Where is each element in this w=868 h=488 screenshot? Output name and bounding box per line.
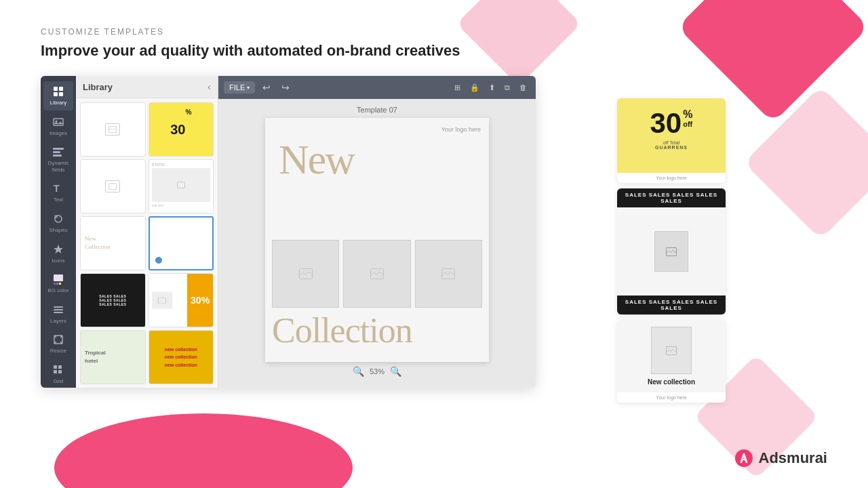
template-thumb-5[interactable]: NewCollection xyxy=(80,216,146,270)
svg-rect-6 xyxy=(59,87,63,91)
template-thumb-6[interactable] xyxy=(149,216,214,270)
canvas-image-2 xyxy=(343,240,410,308)
preview-off-label: off xyxy=(683,120,692,128)
canvas-logo: Your logo here xyxy=(441,126,481,133)
sidebar-label-layers: Layers xyxy=(50,318,66,325)
library-title: Library xyxy=(83,82,113,92)
svg-rect-12 xyxy=(53,151,60,153)
undo-button[interactable]: ↩ xyxy=(259,80,274,95)
lock-button[interactable]: 🔒 xyxy=(467,81,483,94)
template-thumb-8[interactable]: 30% xyxy=(149,273,214,327)
preview-card-30: 30 % off off Total GUARRENS Your logo he… xyxy=(617,98,726,183)
canvas-image-3 xyxy=(415,240,482,308)
preview-off-total: off Total xyxy=(627,140,716,145)
preview-guaranteed: GUARRENS xyxy=(627,145,716,150)
file-button[interactable]: FILE ▾ xyxy=(224,81,255,94)
align-button[interactable]: ⊞ xyxy=(451,81,464,94)
preview-30-value: 30 xyxy=(650,109,682,138)
svg-rect-23 xyxy=(54,306,63,308)
svg-rect-28 xyxy=(58,370,62,373)
editor-area: FILE ▾ ↩ ↪ ⊞ 🔒 ⬆ ⧉ 🗑 Tem xyxy=(218,76,536,388)
svg-rect-9 xyxy=(54,119,63,125)
upload-button[interactable]: ⬆ xyxy=(486,81,498,94)
sidebar-label-library: Library xyxy=(50,100,66,106)
sidebar-item-text[interactable]: T Text xyxy=(43,178,73,207)
sidebar-item-shapes[interactable]: Shapes xyxy=(43,209,73,238)
duplicate-button[interactable]: ⧉ xyxy=(501,81,513,94)
preview-new-collection-card: New collection Your logo here xyxy=(617,320,726,403)
svg-rect-8 xyxy=(59,92,63,96)
new-collection-label: New collection xyxy=(624,378,719,386)
svg-rect-30 xyxy=(109,184,117,190)
sidebar-label-dynamic: Dynamic fields xyxy=(45,160,72,173)
svg-rect-26 xyxy=(58,365,62,369)
redo-button[interactable]: ↪ xyxy=(278,80,293,95)
zoom-level: 53% xyxy=(370,367,384,375)
toolbar-right-icons: ⊞ 🔒 ⬆ ⧉ 🗑 xyxy=(451,81,530,94)
svg-rect-20 xyxy=(59,283,61,285)
sidebar-item-resize[interactable]: Resize xyxy=(43,329,73,359)
svg-rect-18 xyxy=(54,283,56,285)
sidebar-label-bgcolor: BG color xyxy=(47,287,68,294)
template-thumb-7[interactable]: SALES SALESSALES SALESSALES SALES xyxy=(80,273,146,327)
sidebar-label-images: Images xyxy=(50,130,67,137)
svg-text:T: T xyxy=(54,183,60,194)
sidebar-item-icons[interactable]: Icons xyxy=(43,239,73,268)
sidebar-label-icons: Icons xyxy=(52,258,64,264)
canvas[interactable]: Your logo here New xyxy=(265,118,489,362)
delete-button[interactable]: 🗑 xyxy=(516,81,530,94)
collapse-arrow-icon[interactable]: ‹ xyxy=(208,81,211,92)
template-thumb-3[interactable] xyxy=(80,159,146,214)
right-preview-panel: 30 % off off Total GUARRENS Your logo he… xyxy=(617,98,726,403)
svg-rect-25 xyxy=(54,365,57,369)
svg-point-38 xyxy=(735,449,753,467)
sidebar-label-shapes: Shapes xyxy=(49,227,67,234)
template-thumb-4[interactable]: STATIC sub text xyxy=(149,159,214,214)
svg-rect-21 xyxy=(54,312,63,313)
library-grid: 30% STATIC xyxy=(76,98,218,388)
preview-your-logo-2: Your logo here xyxy=(617,392,726,403)
sidebar-item-bgcolor[interactable]: BG color xyxy=(43,269,73,298)
template-thumb-9[interactable]: Tropicalhotel xyxy=(80,330,146,384)
svg-rect-13 xyxy=(53,155,62,157)
preview-percent: % xyxy=(683,109,692,120)
svg-rect-19 xyxy=(56,283,58,285)
svg-rect-31 xyxy=(177,182,184,188)
sales-banner-bottom: SALES SALES SALES SALES SALES xyxy=(617,296,726,314)
sales-banner-top: SALES SALES SALES SALES SALES SALES SALE… xyxy=(617,188,726,314)
subtitle: CUSTOMIZE TEMPLATES xyxy=(41,27,827,37)
svg-rect-27 xyxy=(54,370,57,373)
template-label: Template 07 xyxy=(357,106,397,114)
app-window: Library Images Dynamic fields T Text xyxy=(41,76,536,388)
adsmurai-brand-name: Adsmurai xyxy=(759,449,827,467)
page-title: Improve your ad quality with automated o… xyxy=(41,42,827,60)
library-panel: Library ‹ 30% xyxy=(76,76,218,388)
canvas-area: Template 07 Your logo here New xyxy=(218,99,536,388)
svg-rect-16 xyxy=(54,215,58,218)
sidebar-label-resize: Resize xyxy=(50,348,66,354)
sidebar-item-dynamic[interactable]: Dynamic fields xyxy=(43,142,73,177)
toolbar: FILE ▾ ↩ ↪ ⊞ 🔒 ⬆ ⧉ 🗑 xyxy=(218,76,536,99)
sidebar-icons-panel: Library Images Dynamic fields T Text xyxy=(41,76,76,388)
svg-point-3 xyxy=(54,413,353,488)
sidebar-item-grid[interactable]: Grid xyxy=(43,360,73,388)
canvas-image-1 xyxy=(272,240,339,308)
svg-rect-32 xyxy=(158,298,165,304)
template-thumb-2[interactable]: 30% xyxy=(149,102,214,157)
sidebar-item-images[interactable]: Images xyxy=(43,112,73,141)
template-thumb-1[interactable] xyxy=(80,102,146,157)
zoom-in-button[interactable]: 🔍 xyxy=(390,366,401,377)
sidebar-label-text: Text xyxy=(54,197,64,203)
sidebar-item-layers[interactable]: Layers xyxy=(43,300,73,329)
svg-rect-22 xyxy=(54,309,63,310)
preview-img-placeholder xyxy=(651,327,692,374)
canvas-image-row xyxy=(272,240,482,308)
canvas-collection-text: Collection xyxy=(272,313,412,348)
svg-rect-17 xyxy=(54,274,63,281)
canvas-new-text: New xyxy=(279,138,354,180)
preview-dark-card xyxy=(617,207,726,296)
preview-your-logo-1: Your logo here xyxy=(617,173,726,183)
zoom-out-button[interactable]: 🔍 xyxy=(353,366,364,377)
template-thumb-10[interactable]: new collectionnew collectionnew collecti… xyxy=(149,330,214,384)
sidebar-item-library[interactable]: Library xyxy=(43,81,73,110)
